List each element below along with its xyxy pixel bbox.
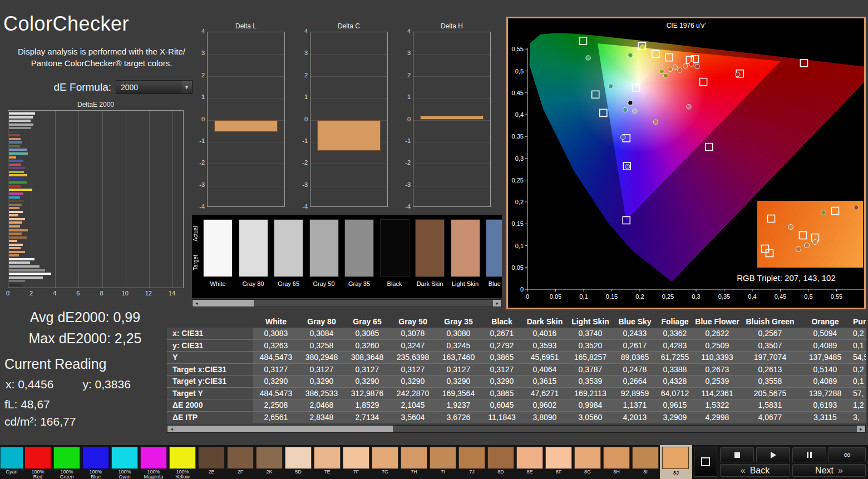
deltae-bar <box>9 127 31 129</box>
axis-tick-label: -1 <box>298 137 308 144</box>
color-patch[interactable] <box>82 447 109 469</box>
deltae-bar <box>9 221 22 224</box>
color-patch[interactable] <box>458 447 485 469</box>
back-button[interactable]: « Back <box>720 464 790 477</box>
axis-tick-label: 0,5 <box>804 293 812 300</box>
stop-button[interactable] <box>720 447 754 462</box>
color-patch[interactable] <box>487 447 514 469</box>
scrollbar-thumb[interactable] <box>201 300 254 307</box>
deltae-bar <box>9 120 31 122</box>
grid-line <box>413 142 490 142</box>
deltae-bar <box>9 225 20 228</box>
scroll-right-button[interactable]: ▸ <box>857 426 865 432</box>
selected-patch[interactable]: 8J <box>660 445 692 479</box>
pause-button[interactable] <box>792 447 826 462</box>
chevron-down-icon: ▼ <box>181 81 192 93</box>
table-cell: 0,3247 <box>390 340 436 352</box>
chart-title: Delta L <box>207 22 285 30</box>
column-header: Gray 35 <box>436 317 481 326</box>
cie-measured-dot <box>659 69 664 73</box>
color-patch[interactable] <box>343 447 369 469</box>
de-formula-dropdown[interactable]: 2000 ▼ <box>116 80 193 94</box>
table-cell: 0,3083 <box>253 328 299 339</box>
color-patch[interactable] <box>285 447 312 469</box>
patch-label: 8G <box>572 470 603 475</box>
table-cell: 2,8348 <box>299 412 344 423</box>
pattern-window-button[interactable] <box>694 447 717 477</box>
color-patch[interactable] <box>169 447 196 469</box>
axis-tick-label: 0,4 <box>748 293 756 300</box>
cie-measured-dot <box>695 64 699 68</box>
delta-c-chart: Delta C 43210-1-2-3-4 <box>298 22 389 218</box>
color-patch[interactable] <box>0 447 23 469</box>
chart-plot-area <box>310 32 388 207</box>
cie-target-square <box>800 232 807 239</box>
color-patch[interactable] <box>227 447 254 469</box>
color-patch[interactable] <box>632 447 659 469</box>
deltae-bar <box>9 280 25 282</box>
color-patch[interactable] <box>140 447 167 469</box>
table-cell: 0,1 <box>851 376 866 387</box>
axis-tick-label: 0,5 <box>515 68 524 75</box>
table-cell: 386,2533 <box>299 388 344 399</box>
table-body: x: CIE310,30830,30840,30850,30780,30800,… <box>167 328 866 423</box>
axis-tick-label: -1 <box>195 137 205 144</box>
grid-line <box>310 98 387 98</box>
table-cell: 0,3263 <box>253 340 299 352</box>
table-cell: 0,2509 <box>694 340 741 352</box>
swatch-label: Light Skin <box>447 280 484 287</box>
color-patch[interactable] <box>111 447 138 469</box>
swatch-label: Gray 35 <box>341 280 377 287</box>
scroll-right-button[interactable]: ▸ <box>493 300 501 307</box>
cie-target-square <box>832 208 839 215</box>
table-header-row: WhiteGray 80Gray 65Gray 50Gray 35BlackDa… <box>167 315 866 328</box>
table-cell: 3,0560 <box>567 412 614 423</box>
scrollbar-track[interactable] <box>201 300 493 307</box>
table-cell: 0,9602 <box>522 399 567 411</box>
color-patch[interactable] <box>603 447 630 469</box>
table-cell: 0,2539 <box>694 376 741 387</box>
cie-measured-dot <box>796 247 801 252</box>
axis-tick-label: 1 <box>195 93 205 100</box>
column-header: Gray 65 <box>344 317 390 326</box>
color-patch[interactable] <box>372 447 398 469</box>
deltae-bar-chart <box>8 110 184 288</box>
colorchecker-app: ColorChecker Display analysis is perform… <box>0 0 868 479</box>
table-cell: 0,4089 <box>800 340 851 352</box>
scrollbar-track[interactable] <box>176 426 857 432</box>
table-cell: 0,4089 <box>800 376 851 387</box>
color-patch[interactable] <box>198 447 225 469</box>
color-patch[interactable] <box>53 447 80 469</box>
color-patch[interactable] <box>24 447 51 469</box>
axis-tick-label: 0,35 <box>718 293 730 300</box>
table-cell: 0,3539 <box>567 376 614 387</box>
grid-line <box>208 142 284 142</box>
color-patch[interactable] <box>430 447 456 469</box>
color-patch[interactable] <box>401 447 427 469</box>
cie-measured-dot <box>633 109 637 113</box>
color-patch[interactable] <box>516 447 543 469</box>
column-header: Black <box>481 317 522 326</box>
color-patch[interactable] <box>545 447 572 469</box>
scroll-left-button[interactable]: ◂ <box>193 300 201 307</box>
color-patch[interactable] <box>574 447 601 469</box>
deltae-bar <box>9 254 19 256</box>
color-patch[interactable] <box>256 447 283 469</box>
deltae-bar <box>9 258 34 260</box>
cie-target-square <box>652 50 659 57</box>
swatch-panel: Actual Target WhiteGray 80Gray 65Gray 50… <box>192 215 502 298</box>
axis-tick-label: 4 <box>298 28 308 34</box>
cie-measured-dot <box>673 65 677 69</box>
cie-measured-dot <box>653 120 658 124</box>
axis-tick-label: 12 <box>142 290 155 297</box>
scrollbar-thumb[interactable] <box>176 426 393 432</box>
scroll-left-button[interactable]: ◂ <box>167 426 176 432</box>
axis-tick-label: 0,35 <box>512 133 524 140</box>
patch-label: 8E <box>514 470 545 475</box>
next-button[interactable]: Next » <box>792 464 866 477</box>
play-button[interactable] <box>756 447 790 462</box>
color-patch[interactable] <box>314 447 341 469</box>
continuous-button[interactable]: ∞ <box>828 447 866 462</box>
table-cell: 0,3084 <box>299 328 344 339</box>
color-patch <box>662 447 689 469</box>
